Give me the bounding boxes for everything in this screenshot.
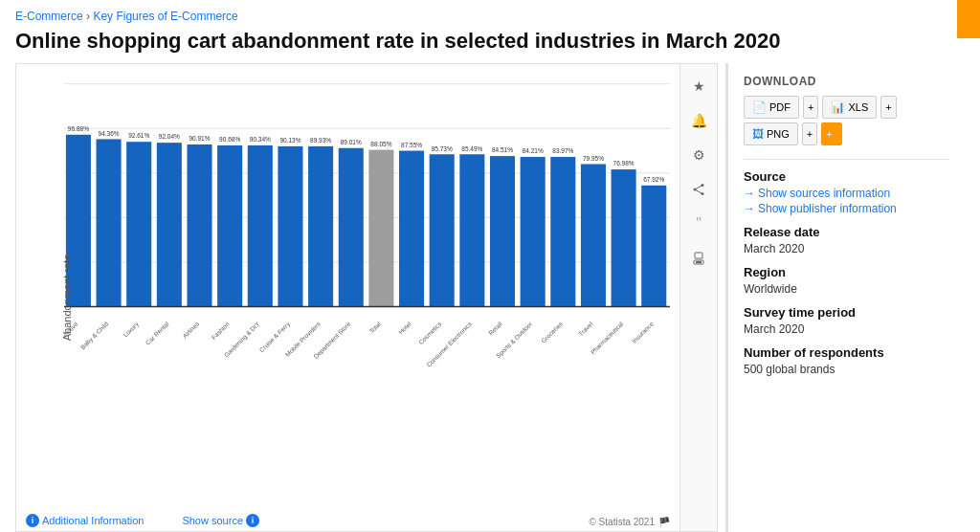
svg-text:Hotel: Hotel (397, 321, 412, 336)
additional-info-link[interactable]: i Additional Information (26, 514, 144, 527)
respondents-value: 500 global brands (744, 363, 949, 376)
svg-text:85.49%: 85.49% (461, 145, 482, 152)
bar-gardening (248, 145, 273, 306)
breadcrumb-parent[interactable]: E-Commerce (15, 10, 83, 23)
bar-fashion (217, 145, 242, 306)
info-panel: DOWNLOAD 📄 PDF + 📊 XLS + 🖼 PNG (725, 63, 965, 532)
download-xls-button[interactable]: 📊 XLS (822, 96, 877, 119)
show-sources-link[interactable]: Show sources information (744, 187, 949, 200)
svg-text:84.51%: 84.51% (492, 147, 513, 154)
bar-cruise (278, 146, 302, 307)
share-icon[interactable] (686, 177, 711, 202)
survey-period-section: Survey time period March 2020 (744, 305, 949, 336)
svg-text:76.98%: 76.98% (613, 161, 635, 167)
bar-chart: 0% 25% 50% 75% 100% 125% 96.88% Automoti… (64, 74, 670, 370)
download-png-button[interactable]: 🖼 PNG (744, 122, 798, 145)
release-date-value: March 2020 (744, 242, 949, 255)
svg-text:Baby & Child: Baby & Child (79, 321, 110, 351)
source-section: Source Show sources information Show pub… (744, 169, 949, 215)
svg-text:88.05%: 88.05% (370, 141, 391, 147)
svg-text:90.91%: 90.91% (189, 136, 210, 143)
release-date-section: Release date March 2020 (744, 225, 949, 255)
svg-text:Cosmetics: Cosmetics (417, 321, 443, 346)
bar-car-rental (157, 144, 182, 307)
breadcrumb: E-Commerce › Key Figures of E-Commerce (15, 10, 965, 23)
svg-text:79.95%: 79.95% (583, 155, 604, 162)
bar-sports (521, 157, 546, 306)
bar-hotel (399, 151, 424, 307)
bar-mobile (308, 146, 333, 307)
y-axis-label: Abandonment rate (61, 255, 73, 342)
release-date-label: Release date (744, 225, 949, 239)
star-icon[interactable]: ★ (686, 74, 711, 99)
bar-electronics (459, 155, 484, 307)
svg-text:96.88%: 96.88% (68, 125, 89, 132)
svg-text:Total: Total (368, 321, 382, 335)
bar-airlines (187, 144, 212, 306)
bar-luxury (126, 143, 151, 307)
bar-retail (490, 157, 515, 307)
svg-text:92.61%: 92.61% (128, 133, 149, 140)
bar-insurance (641, 186, 666, 307)
svg-text:Luxury: Luxury (122, 321, 141, 340)
svg-text:90.34%: 90.34% (250, 137, 271, 144)
show-source-link[interactable]: Show source i (182, 514, 259, 527)
svg-line-56 (695, 186, 702, 190)
svg-rect-59 (695, 253, 702, 258)
svg-rect-60 (696, 261, 702, 263)
bar-groceries (550, 157, 575, 306)
region-label: Region (744, 265, 949, 279)
png-plus-button[interactable]: + (802, 122, 817, 145)
bar-travel (581, 165, 606, 307)
chart-container: Abandonment rate 0% 25% 50% 75% 100% (15, 63, 680, 532)
bell-icon[interactable]: 🔔 (686, 108, 711, 133)
region-section: Region Worldwide (744, 265, 949, 296)
respondents-section: Number of respondents 500 global brands (744, 345, 949, 376)
svg-text:94.36%: 94.36% (99, 130, 120, 137)
breadcrumb-current[interactable]: Key Figures of E-Commerce (93, 10, 237, 23)
svg-text:92.04%: 92.04% (159, 134, 180, 141)
extra-download-button[interactable]: + (821, 122, 842, 145)
print-icon[interactable] (686, 246, 711, 271)
svg-text:67.92%: 67.92% (643, 177, 664, 184)
bar-department (339, 148, 364, 307)
svg-text:Retail: Retail (487, 321, 503, 337)
survey-period-value: March 2020 (744, 322, 949, 336)
show-publisher-link[interactable]: Show publisher information (744, 202, 949, 215)
svg-text:Insurance: Insurance (631, 321, 655, 344)
svg-text:90.13%: 90.13% (279, 138, 301, 144)
source-label: Source (744, 169, 949, 184)
svg-text:85.73%: 85.73% (432, 145, 453, 152)
svg-text:Travel: Travel (577, 321, 594, 338)
svg-text:Car Rental: Car Rental (145, 321, 170, 346)
svg-text:89.01%: 89.01% (341, 139, 362, 145)
svg-text:89.93%: 89.93% (310, 138, 331, 144)
bar-cosmetics (430, 155, 455, 307)
survey-period-label: Survey time period (744, 305, 949, 320)
svg-text:84.21%: 84.21% (523, 148, 544, 155)
chart-action-icons: ★ 🔔 ⚙ " (680, 63, 718, 532)
svg-text:Airlines: Airlines (181, 321, 201, 341)
svg-line-57 (695, 189, 702, 194)
svg-text:83.97%: 83.97% (552, 148, 573, 155)
download-title: DOWNLOAD (744, 75, 949, 88)
download-pdf-button[interactable]: 📄 PDF (744, 96, 799, 119)
svg-text:Fashion: Fashion (211, 321, 232, 342)
pdf-plus-button[interactable]: + (803, 96, 818, 119)
bar-baby-child (97, 140, 122, 307)
xls-plus-button[interactable]: + (880, 96, 896, 119)
gear-icon[interactable]: ⚙ (686, 143, 711, 167)
bar-pharma (612, 169, 636, 306)
download-section: DOWNLOAD 📄 PDF + 📊 XLS + 🖼 PNG (744, 75, 949, 145)
quote-icon[interactable]: " (686, 211, 711, 236)
region-value: Worldwide (744, 282, 949, 296)
page-title: Online shopping cart abandonment rate in… (15, 29, 965, 54)
svg-text:87.55%: 87.55% (401, 142, 422, 148)
svg-text:Groceries: Groceries (540, 321, 564, 344)
svg-text:Pharmaceutical: Pharmaceutical (590, 321, 625, 356)
chart-footer: © Statista 2021 🏴 (589, 517, 670, 527)
respondents-label: Number of respondents (744, 345, 949, 360)
svg-text:90.68%: 90.68% (219, 137, 240, 144)
orange-accent-box (957, 0, 980, 38)
bar-total (368, 150, 393, 307)
